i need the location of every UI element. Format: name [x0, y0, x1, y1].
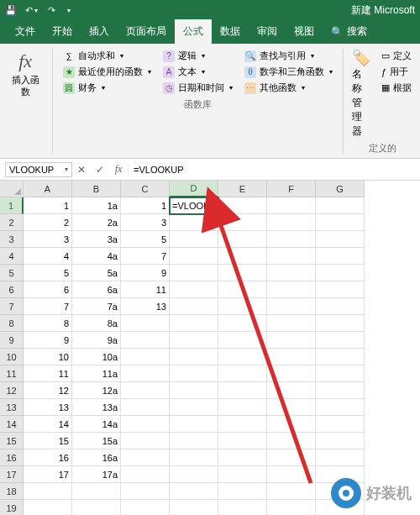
financial-button[interactable]: 圓财务▾	[61, 81, 153, 95]
cell[interactable]	[121, 500, 170, 515]
cell[interactable]	[24, 500, 72, 515]
column-header[interactable]: A	[24, 181, 72, 197]
cell[interactable]	[218, 466, 267, 483]
cell[interactable]	[267, 315, 316, 332]
cell[interactable]: 12a	[72, 382, 121, 399]
cell[interactable]	[218, 483, 267, 500]
cell[interactable]	[316, 332, 365, 349]
cell[interactable]	[316, 298, 365, 315]
cell[interactable]	[267, 466, 316, 483]
cell[interactable]: 16a	[72, 449, 121, 466]
cell[interactable]	[267, 449, 316, 466]
cell[interactable]: 6	[24, 281, 72, 298]
cell[interactable]: 7a	[72, 298, 121, 315]
row-header[interactable]: 3	[0, 231, 24, 248]
select-all-corner[interactable]	[0, 181, 24, 197]
cell[interactable]: 15a	[72, 433, 121, 449]
spreadsheet-grid[interactable]: ABCDEFG 111a1=VLOOKUP222a3333a5444a7555a…	[0, 181, 420, 515]
cell[interactable]	[267, 349, 316, 365]
row-header[interactable]: 11	[0, 365, 24, 382]
cell[interactable]	[121, 315, 170, 332]
cell[interactable]: 13	[121, 298, 170, 315]
cell[interactable]	[267, 298, 316, 315]
tab-home[interactable]: 开始	[44, 19, 81, 44]
cell[interactable]	[170, 483, 218, 500]
cell[interactable]	[267, 197, 316, 214]
row-header[interactable]: 10	[0, 349, 24, 365]
tab-file[interactable]: 文件	[7, 19, 44, 44]
cell[interactable]: 10a	[72, 349, 121, 365]
cell[interactable]	[267, 214, 316, 231]
use-in-formula-button[interactable]: ƒ用于	[380, 65, 413, 79]
cell[interactable]	[316, 382, 365, 399]
cell[interactable]	[267, 433, 316, 449]
column-header[interactable]: D	[170, 181, 218, 197]
accept-formula-icon[interactable]: ✓	[91, 164, 109, 176]
cell[interactable]	[170, 315, 218, 332]
cell[interactable]: 3a	[72, 231, 121, 248]
cell[interactable]	[316, 433, 365, 449]
logic-button[interactable]: ?逻辑▾	[161, 49, 234, 63]
tab-review[interactable]: 审阅	[249, 19, 286, 44]
cell[interactable]	[170, 248, 218, 265]
cell[interactable]	[170, 399, 218, 416]
cell[interactable]: 4a	[72, 248, 121, 265]
redo-icon[interactable]: ↷	[45, 4, 57, 16]
cell[interactable]: 2	[24, 214, 72, 231]
cell[interactable]: 11	[121, 281, 170, 298]
cell[interactable]	[170, 349, 218, 365]
cell[interactable]: 13	[24, 399, 72, 416]
cell[interactable]	[316, 349, 365, 365]
cell[interactable]	[218, 416, 267, 433]
cell[interactable]: 11	[24, 365, 72, 382]
row-header[interactable]: 19	[0, 500, 24, 515]
cell[interactable]	[170, 416, 218, 433]
cell[interactable]	[218, 281, 267, 298]
cell[interactable]	[121, 399, 170, 416]
row-header[interactable]: 12	[0, 382, 24, 399]
cell[interactable]: 3	[24, 231, 72, 248]
formula-input[interactable]: =VLOOKUP	[128, 163, 420, 176]
column-header[interactable]: G	[316, 181, 365, 197]
cell[interactable]	[267, 399, 316, 416]
cell[interactable]: 8a	[72, 315, 121, 332]
cell[interactable]: 3	[121, 214, 170, 231]
row-header[interactable]: 1	[0, 197, 24, 214]
column-header[interactable]: E	[218, 181, 267, 197]
cell[interactable]	[267, 332, 316, 349]
row-header[interactable]: 8	[0, 315, 24, 332]
cell[interactable]	[218, 298, 267, 315]
cell[interactable]	[316, 365, 365, 382]
tab-search[interactable]: 🔍搜索	[323, 19, 375, 44]
row-header[interactable]: 2	[0, 214, 24, 231]
cell[interactable]	[121, 483, 170, 500]
cell[interactable]: 8	[24, 315, 72, 332]
cell[interactable]	[218, 231, 267, 248]
cell[interactable]: 6a	[72, 281, 121, 298]
cell[interactable]	[316, 315, 365, 332]
row-header[interactable]: 18	[0, 483, 24, 500]
cell[interactable]: 7	[121, 248, 170, 265]
row-header[interactable]: 14	[0, 416, 24, 433]
cell[interactable]: 9	[24, 332, 72, 349]
insert-function-button[interactable]: fx 插入函数	[7, 49, 44, 99]
cell[interactable]	[121, 365, 170, 382]
cell[interactable]	[316, 265, 365, 281]
qat-customize-icon[interactable]: ▾	[67, 7, 71, 14]
create-from-selection-button[interactable]: ▦根据	[380, 81, 413, 95]
cell[interactable]: 4	[24, 248, 72, 265]
cell[interactable]	[218, 248, 267, 265]
row-header[interactable]: 15	[0, 433, 24, 449]
column-header[interactable]: F	[267, 181, 316, 197]
cell[interactable]	[170, 231, 218, 248]
cancel-formula-icon[interactable]: ✕	[72, 164, 91, 176]
cell[interactable]: 1	[121, 197, 170, 214]
cell[interactable]	[218, 399, 267, 416]
name-box[interactable]: VLOOKUP ▾	[5, 162, 72, 177]
tab-view[interactable]: 视图	[286, 19, 323, 44]
cell[interactable]	[121, 349, 170, 365]
cell[interactable]	[218, 315, 267, 332]
math-button[interactable]: θ数学和三角函数▾	[243, 65, 334, 79]
define-name-button[interactable]: ▭定义	[380, 49, 413, 63]
row-header[interactable]: 7	[0, 298, 24, 315]
